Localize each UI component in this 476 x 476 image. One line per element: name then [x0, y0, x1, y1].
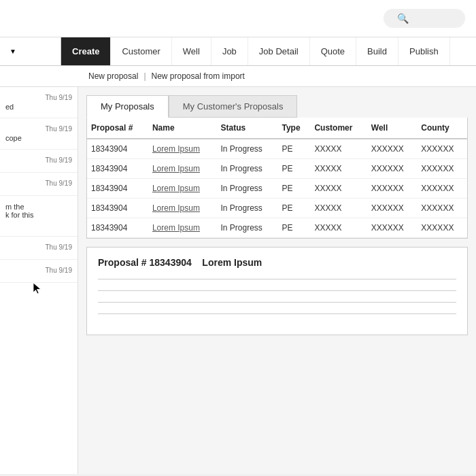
cell-type: PE [277, 179, 310, 199]
tab-customer-label: Customer [122, 46, 160, 56]
search-box[interactable]: 🔍 [384, 9, 465, 28]
proposals-data-table: Proposal # Name Status Type Customer Wel… [87, 118, 467, 238]
tab-publish-label: Publish [409, 46, 439, 56]
tab-my-proposals-label: My Proposals [101, 101, 154, 112]
cell-customer: XXXXX [310, 179, 367, 199]
proposals-tabs: My Proposals My Customer's Proposals [78, 87, 476, 118]
list-item[interactable]: Thu 9/19 [0, 150, 78, 173]
cell-county: XXXXXX [417, 179, 467, 199]
col-name: Name [148, 118, 217, 139]
cell-type: PE [277, 139, 310, 159]
detail-line-2 [98, 290, 456, 291]
tab-job-label: Job [222, 46, 237, 56]
cell-well: XXXXXX [367, 218, 418, 238]
cell-status: In Progress [217, 179, 278, 199]
tab-job[interactable]: Job [211, 37, 248, 65]
main-layout: Thu 9/19 ed Thu 9/19 cope Thu 9/19 Thu 9… [0, 87, 476, 474]
cell-customer: XXXXX [310, 218, 367, 238]
list-item[interactable]: Thu 9/19 ed [0, 87, 78, 118]
list-item[interactable]: Thu 9/19 [0, 237, 78, 260]
list-item[interactable]: Thu 9/19 cope [0, 118, 78, 150]
cell-county: XXXXXX [417, 218, 467, 238]
cell-type: PE [277, 159, 310, 179]
cell-name[interactable]: Lorem Ipsum [148, 139, 217, 159]
sub-nav: New proposal | New proposal from import [0, 66, 476, 87]
detail-title: Proposal # 18343904 Lorem Ipsum [98, 257, 456, 268]
cell-name[interactable]: Lorem Ipsum [148, 199, 217, 218]
tab-create-label: Create [72, 46, 99, 56]
detail-line-4 [98, 313, 456, 314]
search-icon: 🔍 [397, 13, 409, 24]
cell-status: In Progress [217, 199, 278, 218]
tab-publish[interactable]: Publish [398, 37, 450, 65]
cell-proposal-num: 18343904 [87, 199, 148, 218]
cell-county: XXXXXX [417, 139, 467, 159]
nav-tabs-bar: ▼ Create Customer Well Job Job Detail Qu… [0, 37, 476, 66]
chevron-down-icon: ▼ [10, 48, 16, 55]
cell-well: XXXXXX [367, 199, 418, 218]
tab-my-customers-proposals-label: My Customer's Proposals [183, 101, 284, 112]
cell-proposal-num: 18343904 [87, 139, 148, 159]
content-area: My Proposals My Customer's Proposals Pro… [78, 87, 476, 474]
tab-my-proposals[interactable]: My Proposals [86, 95, 169, 118]
table-row: 18343904 Lorem Ipsum In Progress PE XXXX… [87, 218, 467, 238]
detail-line-1 [98, 279, 456, 279]
tab-build[interactable]: Build [356, 37, 398, 65]
proposals-table: Proposal # Name Status Type Customer Wel… [86, 118, 468, 239]
table-header-row: Proposal # Name Status Type Customer Wel… [87, 118, 467, 139]
col-status: Status [217, 118, 278, 139]
table-body: 18343904 Lorem Ipsum In Progress PE XXXX… [87, 139, 467, 238]
new-proposal-link[interactable]: New proposal [88, 71, 138, 81]
detail-section: Proposal # 18343904 Lorem Ipsum [86, 247, 468, 335]
cell-well: XXXXXX [367, 179, 418, 199]
table-row: 18343904 Lorem Ipsum In Progress PE XXXX… [87, 139, 467, 159]
tab-job-detail[interactable]: Job Detail [248, 37, 310, 65]
cell-name[interactable]: Lorem Ipsum [148, 218, 217, 238]
list-item[interactable]: Thu 9/19 [0, 260, 78, 283]
cell-name[interactable]: Lorem Ipsum [148, 159, 217, 179]
sidebar: Thu 9/19 ed Thu 9/19 cope Thu 9/19 Thu 9… [0, 87, 78, 474]
cell-county: XXXXXX [417, 159, 467, 179]
table-row: 18343904 Lorem Ipsum In Progress PE XXXX… [87, 159, 467, 179]
tab-build-label: Build [367, 46, 387, 56]
cell-well: XXXXXX [367, 159, 418, 179]
tab-create[interactable]: Create [61, 37, 111, 65]
tab-well[interactable]: Well [172, 37, 211, 65]
new-proposal-from-import-link[interactable]: New proposal from import [152, 71, 245, 81]
table-row: 18343904 Lorem Ipsum In Progress PE XXXX… [87, 179, 467, 199]
col-county: County [417, 118, 467, 139]
top-bar: 🔍 [0, 0, 476, 37]
cell-county: XXXXXX [417, 199, 467, 218]
sidebar-text: ed [5, 103, 72, 111]
tab-my-customers-proposals[interactable]: My Customer's Proposals [169, 95, 298, 118]
list-item[interactable]: m thek for this [0, 196, 78, 237]
table-row: 18343904 Lorem Ipsum In Progress PE XXXX… [87, 199, 467, 218]
detail-proposal-number: 18343904 [149, 257, 191, 268]
cell-status: In Progress [217, 218, 278, 238]
cell-type: PE [277, 218, 310, 238]
col-customer: Customer [310, 118, 367, 139]
cell-status: In Progress [217, 139, 278, 159]
col-well: Well [367, 118, 418, 139]
cell-proposal-num: 18343904 [87, 179, 148, 199]
detail-proposal-name: Lorem Ipsum [202, 257, 262, 268]
list-item[interactable]: Thu 9/19 [0, 173, 78, 196]
cell-type: PE [277, 199, 310, 218]
cell-customer: XXXXX [310, 199, 367, 218]
sidebar-text: cope [5, 134, 72, 142]
sub-nav-separator: | [143, 71, 146, 81]
cell-name[interactable]: Lorem Ipsum [148, 179, 217, 199]
cell-customer: XXXXX [310, 159, 367, 179]
sidebar-date: Thu 9/19 [5, 243, 72, 251]
tab-job-detail-label: Job Detail [259, 46, 299, 56]
col-proposal-num: Proposal # [87, 118, 148, 139]
tab-quote[interactable]: Quote [310, 37, 356, 65]
detail-line-3 [98, 302, 456, 303]
cell-proposal-num: 18343904 [87, 218, 148, 238]
sidebar-text: m thek for this [5, 203, 72, 219]
tab-customer[interactable]: Customer [111, 37, 171, 65]
sidebar-date: Thu 9/19 [5, 156, 72, 164]
col-type: Type [277, 118, 310, 139]
sidebar-date: Thu 9/19 [5, 125, 72, 133]
dropdown-selector[interactable]: ▼ [0, 37, 61, 65]
